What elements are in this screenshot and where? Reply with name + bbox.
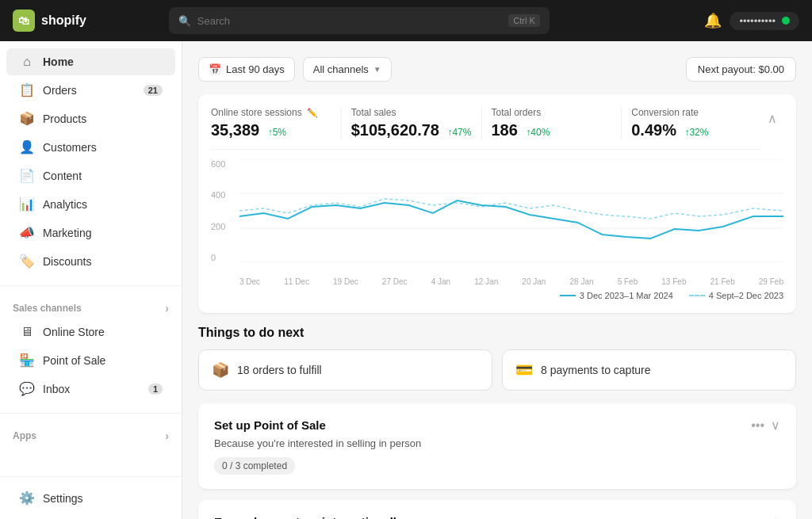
expand-store-card: Expand your store internationally ••• ∧ [198,500,796,519]
edit-icon[interactable]: ✏️ [307,108,318,118]
online-store-icon: 🖥 [19,325,35,339]
analytics-icon: 📊 [19,197,35,212]
search-input[interactable] [197,15,503,27]
sidebar-item-marketing[interactable]: 📣 Marketing [6,219,175,246]
collapse-icon[interactable]: ∨ [771,418,780,433]
more-options-icon[interactable]: ••• [751,418,764,433]
sales-channels-expand-icon[interactable]: › [165,302,169,315]
orders-value-row: 186 ↑40% [492,121,612,139]
chart-legend: 3 Dec 2023–1 Mar 2024 4 Sept–2 Dec 2023 [211,291,783,300]
setup-pos-title: Set up Point of Sale [214,418,326,432]
legend-dashed-line [689,295,705,296]
expand-more-options-icon[interactable]: ••• [751,515,764,520]
stat-orders: Total orders 186 ↑40% [482,107,622,139]
channel-label: All channels [313,63,369,75]
conversion-label: Conversion rate [631,107,752,118]
sidebar-label-online-store: Online Store [43,326,163,338]
card-collapse-button[interactable]: ∧ [761,107,783,129]
sidebar: ⌂ Home 📋 Orders 21 📦 Products 👤 Customer… [0,41,182,519]
sidebar-item-home[interactable]: ⌂ Home [6,48,175,75]
channel-filter-button[interactable]: All channels ▼ [303,57,392,82]
main-layout: ⌂ Home 📋 Orders 21 📦 Products 👤 Customer… [0,41,812,519]
date-range-label: Last 90 days [226,63,285,75]
products-icon: 📦 [19,111,35,126]
calendar-icon: 📅 [209,63,221,75]
sales-channels-label: Sales channels [13,303,82,314]
shopify-logo[interactable]: 🛍 shopify [13,10,86,32]
sidebar-item-point-of-sale[interactable]: 🏪 Point of Sale [6,346,175,374]
apps-header: Apps › [0,423,182,445]
sidebar-label-discounts: Discounts [43,255,163,268]
sidebar-item-customers[interactable]: 👤 Customers [6,133,175,161]
discounts-icon: 🏷️ [19,254,35,269]
content-icon: 📄 [19,168,35,183]
sidebar-label-home: Home [43,55,163,68]
customers-icon: 👤 [19,139,35,155]
sidebar-item-products[interactable]: 📦 Products [6,105,175,132]
content-toolbar: 📅 Last 90 days All channels ▼ Next payou… [198,57,796,82]
search-bar[interactable]: 🔍 Ctrl K [169,7,550,34]
store-status-dot [782,17,790,25]
stat-conversion: Conversion rate 0.49% ↑32% [622,107,761,139]
sidebar-label-content: Content [43,170,163,182]
orders-badge: 21 [144,85,163,96]
logo-text: shopify [41,13,86,28]
sidebar-label-products: Products [43,113,163,125]
sidebar-sales-channels-section: Sales channels › 🖥 Online Store 🏪 Point … [0,289,182,410]
setup-pos-header: Set up Point of Sale ••• ∨ [214,418,780,433]
shopify-bag-icon: 🛍 [13,10,35,32]
stat-sales: Total sales $105,620.78 ↑47% [342,107,482,139]
search-icon: 🔍 [178,15,191,27]
settings-icon: ⚙️ [19,490,35,506]
setup-pos-actions: ••• ∨ [751,418,780,433]
top-navigation: 🛍 shopify 🔍 Ctrl K 🔔 •••••••••• [0,0,812,41]
sidebar-item-online-store[interactable]: 🖥 Online Store [6,319,175,345]
date-range-button[interactable]: 📅 Last 90 days [198,57,295,82]
sidebar-label-customers: Customers [43,141,163,154]
sidebar-main-section: ⌂ Home 📋 Orders 21 📦 Products 👤 Customer… [0,41,182,282]
home-icon: ⌂ [19,55,35,69]
chart-y-axis: 600 400 200 0 [211,159,235,262]
expand-store-header: Expand your store internationally ••• ∧ [214,514,780,519]
sidebar-divider-1 [0,285,182,286]
notifications-button[interactable]: 🔔 [704,12,722,29]
chevron-down-icon: ▼ [373,65,381,74]
sessions-label: Online store sessions ✏️ [211,107,331,118]
sidebar-label-settings: Settings [43,492,163,505]
setup-pos-card: Set up Point of Sale ••• ∨ Because you'r… [198,403,796,489]
pos-icon: 🏪 [19,353,35,368]
orders-stat-label: Total orders [492,107,612,118]
expand-collapse-icon[interactable]: ∧ [771,514,780,519]
legend-solid-line [560,295,576,296]
conversion-value-row: 0.49% ↑32% [631,121,752,139]
main-content: 📅 Last 90 days All channels ▼ Next payou… [182,41,812,519]
sidebar-item-analytics[interactable]: 📊 Analytics [6,190,175,218]
sidebar-label-pos: Point of Sale [43,354,163,367]
apps-label: Apps [13,430,36,441]
sidebar-apps-section: Apps › [0,417,182,452]
payout-button[interactable]: Next payout: $0.00 [686,57,796,82]
apps-expand-icon[interactable]: › [165,429,169,442]
payment-icon: 💳 [515,361,533,379]
stats-row: Online store sessions ✏️ 35,389 ↑5% Tota… [211,107,761,150]
sidebar-item-content[interactable]: 📄 Content [6,162,175,189]
setup-pos-description: Because you're interested in selling in … [214,437,780,449]
sidebar-divider-2 [0,413,182,414]
store-name: •••••••••• [739,15,776,27]
sidebar-item-settings[interactable]: ⚙️ Settings [6,484,175,512]
sidebar-item-inbox[interactable]: 💬 Inbox 1 [6,375,175,403]
sidebar-item-orders[interactable]: 📋 Orders 21 [6,76,175,104]
legend-current: 3 Dec 2023–1 Mar 2024 [560,291,673,300]
sales-label: Total sales [351,107,472,118]
store-selector[interactable]: •••••••••• [730,12,799,30]
inbox-icon: 💬 [19,381,35,396]
chart-x-axis: 3 Dec 11 Dec 19 Dec 27 Dec 4 Jan 12 Jan … [239,277,783,286]
sidebar-item-discounts[interactable]: 🏷️ Discounts [6,247,175,275]
sales-channels-header: Sales channels › [0,296,182,318]
capture-label: 8 payments to capture [541,364,651,376]
chart-svg-container [239,159,783,262]
expand-store-actions: ••• ∧ [751,514,780,519]
sidebar-label-inbox: Inbox [43,383,140,395]
fulfill-orders-card[interactable]: 📦 18 orders to fulfill [198,349,492,391]
capture-payments-card[interactable]: 💳 8 payments to capture [502,349,796,391]
